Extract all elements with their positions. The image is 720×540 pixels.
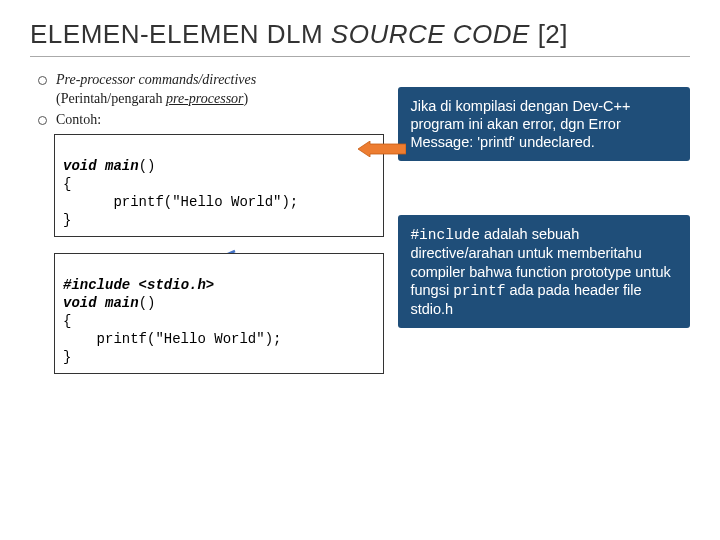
bullet-list: Pre-processor commands/directives (Perin… (34, 71, 386, 130)
right-column: Jika di kompilasi dengan Dev-C++ program… (398, 71, 690, 390)
slide: ELEMEN-ELEMEN DLM SOURCE CODE [2] Pre-pr… (0, 0, 720, 410)
code2-l1a: #include (63, 277, 130, 293)
code2-l2b: () (139, 295, 156, 311)
bullet-1-em: Pre-processor commands/directives (56, 72, 256, 87)
content: Pre-processor commands/directives (Perin… (30, 71, 690, 390)
code1-l4: } (63, 212, 71, 228)
bullet-1-close: ) (244, 91, 249, 106)
code1-l1a: void main (63, 158, 139, 174)
callout2-pre: #include (410, 227, 480, 243)
code1-l3: printf("Hello World"); (63, 194, 298, 210)
code-box-1: void main() { printf("Hello World"); } (54, 134, 384, 237)
code2-wrap: #include <stdio.h> void main() { printf(… (30, 253, 386, 374)
left-column: Pre-processor commands/directives (Perin… (30, 71, 386, 390)
code1-l1b: () (139, 158, 156, 174)
code2-l1b: <stdio.h> (130, 277, 214, 293)
callout2-code: printf (453, 283, 505, 299)
code-box-2: #include <stdio.h> void main() { printf(… (54, 253, 384, 374)
code2-l4: printf("Hello World"); (63, 331, 281, 347)
code2-l5: } (63, 349, 71, 365)
bullet-1-u: pre-processor (166, 91, 244, 106)
bullet-2-text: Contoh: (56, 112, 101, 127)
callout-2: #include adalah sebuah directive/arahan … (398, 215, 690, 328)
page-title: ELEMEN-ELEMEN DLM SOURCE CODE [2] (30, 20, 690, 57)
code2-l3: { (63, 313, 71, 329)
title-pre: ELEMEN-ELEMEN DLM (30, 19, 331, 49)
code1-l2: { (63, 176, 71, 192)
callout-1: Jika di kompilasi dengan Dev-C++ program… (398, 87, 690, 161)
title-italic: SOURCE CODE (331, 19, 530, 49)
callout1-text: Jika di kompilasi dengan Dev-C++ program… (410, 98, 630, 150)
bullet-1: Pre-processor commands/directives (Perin… (34, 71, 386, 109)
bullet-1-open: (Perintah/pengarah (56, 91, 166, 106)
bullet-2: Contoh: (34, 111, 386, 130)
code2-l2a: void main (63, 295, 139, 311)
title-suffix: [2] (530, 19, 568, 49)
